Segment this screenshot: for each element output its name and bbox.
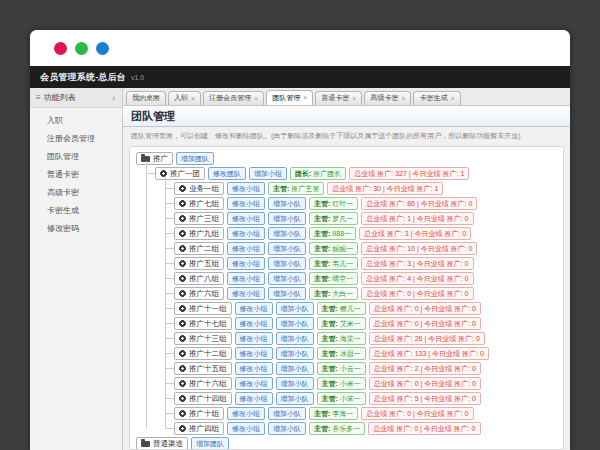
app-version: v1.0	[131, 74, 144, 81]
sidebar-item[interactable]: 普通卡密	[30, 166, 122, 184]
action-button[interactable]: 修改小组	[227, 407, 265, 420]
tree-row: 推广十一组修改小组增加小队主管:樱儿一总业绩 推广: 0 | 今日业绩 推广: …	[174, 301, 557, 316]
action-button[interactable]: 修改小组	[235, 392, 273, 405]
role-name: 988一	[332, 229, 351, 239]
action-button[interactable]: 修改小组	[227, 212, 265, 225]
role-name: 韦儿一	[332, 259, 353, 269]
action-button[interactable]: 修改小组	[235, 362, 273, 375]
action-button[interactable]: 修改小组	[227, 257, 265, 270]
minimize-window-button[interactable]	[75, 42, 88, 55]
team-node[interactable]: 推广七组	[174, 197, 224, 210]
performance-badge: 总业绩 推广: 30 | 今日业绩 推广: 1	[327, 182, 443, 195]
team-node[interactable]: 推广十二组	[174, 347, 232, 360]
team-node[interactable]: 推广九组	[174, 227, 224, 240]
team-node[interactable]: 业务一组	[174, 182, 224, 195]
action-button[interactable]: 修改小组	[235, 302, 273, 315]
close-icon[interactable]: ×	[401, 95, 405, 102]
team-node[interactable]: 推广六组	[174, 287, 224, 300]
sidebar-item[interactable]: 高级卡密	[30, 184, 122, 202]
role-badge: 主管:红叶一	[309, 197, 358, 210]
action-button[interactable]: 增加小队	[276, 362, 314, 375]
gear-icon	[179, 365, 186, 372]
action-button[interactable]: 增加小队	[276, 302, 314, 315]
action-button[interactable]: 修改小组	[227, 272, 265, 285]
role-name: 养乐多一	[332, 424, 360, 434]
action-button[interactable]: 修改小组	[227, 287, 265, 300]
action-button[interactable]: 修改小组	[235, 317, 273, 330]
action-button[interactable]: 增加小队	[276, 332, 314, 345]
team-node[interactable]: 推广十七组	[174, 317, 232, 330]
role-name: 推广主管	[291, 184, 319, 194]
action-button[interactable]: 修改团队	[208, 167, 246, 180]
action-button[interactable]: 修改小组	[227, 182, 265, 195]
tab[interactable]: 我的桌面	[126, 91, 166, 105]
role-label: 主管:	[314, 244, 330, 254]
team-root-node[interactable]: 推广	[136, 152, 173, 165]
action-button[interactable]: 增加小队	[268, 407, 306, 420]
action-button[interactable]: 增加小队	[276, 317, 314, 330]
close-icon[interactable]: ×	[303, 94, 307, 101]
team-node[interactable]: 推广十三组	[174, 332, 232, 345]
tab-label: 高级卡密	[370, 93, 398, 103]
action-button[interactable]: 修改小组	[235, 377, 273, 390]
performance-badge: 总业绩 推广: 0 | 今日业绩 推广: 0	[361, 287, 473, 300]
role-label: 主管:	[314, 229, 330, 239]
action-button[interactable]: 增加团队	[191, 437, 229, 450]
node-label: 推广八组	[189, 274, 219, 284]
action-button[interactable]: 增加团队	[176, 152, 214, 165]
action-button[interactable]: 修改小组	[227, 242, 265, 255]
sidebar-item[interactable]: 团队管理	[30, 148, 122, 166]
close-icon[interactable]: ×	[254, 95, 258, 102]
tab[interactable]: 团队管理×	[266, 90, 313, 105]
team-node[interactable]: 推广三组	[174, 212, 224, 225]
sidebar-item[interactable]: 卡密生成	[30, 202, 122, 220]
tab[interactable]: 高级卡密×	[364, 91, 411, 105]
team-node[interactable]: 推广五组	[174, 257, 224, 270]
team-node[interactable]: 推广十组	[174, 407, 224, 420]
team-node[interactable]: 推广十四组	[174, 392, 232, 405]
action-button[interactable]: 修改小组	[227, 422, 265, 435]
sidebar-item[interactable]: 入职	[30, 112, 122, 130]
action-button[interactable]: 增加小队	[268, 197, 306, 210]
team-node[interactable]: 推广八组	[174, 272, 224, 285]
action-button[interactable]: 增加小队	[276, 392, 314, 405]
action-button[interactable]: 增加小队	[268, 287, 306, 300]
close-icon[interactable]: ×	[450, 95, 454, 102]
tab[interactable]: 卡密生成×	[413, 91, 460, 105]
action-button[interactable]: 增加小队	[268, 227, 306, 240]
team-node[interactable]: 推广十一组	[174, 302, 232, 315]
role-label: 主管:	[314, 409, 330, 419]
team-node[interactable]: 推广二组	[174, 242, 224, 255]
tab[interactable]: 入职×	[168, 91, 201, 105]
tab-label: 注册会员管理	[209, 93, 251, 103]
role-name: 小云一	[340, 364, 361, 374]
team-node[interactable]: 推广十六组	[174, 377, 232, 390]
sidebar-item[interactable]: 注册会员管理	[30, 130, 122, 148]
action-button[interactable]: 修改小组	[227, 197, 265, 210]
team-node[interactable]: 推广十五组	[174, 362, 232, 375]
action-button[interactable]: 增加小队	[268, 242, 306, 255]
tab[interactable]: 注册会员管理×	[203, 91, 264, 105]
maximize-window-button[interactable]	[96, 42, 109, 55]
team-node[interactable]: 推广四组	[174, 422, 224, 435]
action-button[interactable]: 增加小队	[268, 257, 306, 270]
action-button[interactable]: 增加小队	[276, 347, 314, 360]
sidebar-item[interactable]: 修改密码	[30, 220, 122, 238]
action-button[interactable]: 修改小组	[235, 347, 273, 360]
action-button[interactable]: 增加小队	[268, 212, 306, 225]
chevron-up-icon[interactable]: ∧	[112, 94, 116, 101]
action-button[interactable]: 增加小队	[268, 422, 306, 435]
tab[interactable]: 普通卡密×	[315, 91, 362, 105]
team-root-node[interactable]: 普通渠道	[136, 437, 188, 450]
performance-badge: 总业绩 推广: 0 | 今日业绩 推广: 0	[369, 377, 481, 390]
action-button[interactable]: 修改小组	[235, 332, 273, 345]
action-button[interactable]: 修改小组	[227, 227, 265, 240]
action-button[interactable]: 增加小组	[249, 167, 287, 180]
role-name: 樱儿一	[340, 304, 361, 314]
close-icon[interactable]: ×	[191, 95, 195, 102]
team-node[interactable]: 推广一团	[155, 167, 205, 180]
action-button[interactable]: 增加小队	[268, 272, 306, 285]
action-button[interactable]: 增加小队	[276, 377, 314, 390]
close-icon[interactable]: ×	[352, 95, 356, 102]
close-window-button[interactable]	[54, 42, 67, 55]
